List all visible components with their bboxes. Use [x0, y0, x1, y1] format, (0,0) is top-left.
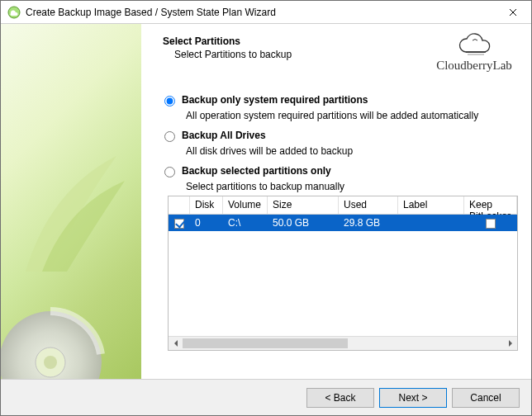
row-keep-bitlocker-checkbox[interactable] [486, 219, 496, 229]
option-label: Backup selected partitions only [182, 165, 331, 177]
page-header: Select Partitions Select Partitions to b… [153, 32, 520, 73]
partition-grid: Disk Volume Size Used Label Keep BitLock… [168, 196, 518, 351]
wizard-sidebar [1, 24, 141, 379]
col-size[interactable]: Size [268, 196, 339, 214]
cell-volume: C:\ [223, 217, 268, 229]
svg-point-3 [44, 356, 57, 369]
option-desc: All disk drives will be added to backup [186, 145, 520, 157]
radio-all-drives[interactable] [164, 131, 175, 142]
option-desc: All operation system required partitions… [186, 110, 520, 121]
scroll-left-arrow-icon[interactable] [169, 337, 183, 351]
option-system-required[interactable]: Backup only system required partitions [164, 94, 520, 106]
scroll-track[interactable] [183, 337, 503, 351]
cell-size: 50.0 GB [268, 217, 339, 229]
titlebar: Create Backup Image Based / System State… [1, 1, 531, 24]
cloud-logo-icon [454, 32, 494, 57]
back-button[interactable]: < Back [306, 388, 374, 408]
grid-body[interactable]: 0 C:\ 50.0 GB 29.8 GB [169, 215, 517, 336]
cell-disk: 0 [190, 217, 223, 229]
col-label[interactable]: Label [398, 196, 464, 214]
option-selected-partitions[interactable]: Backup selected partitions only [164, 165, 520, 177]
col-check[interactable] [169, 196, 190, 214]
disc-decoration-icon [1, 296, 116, 379]
option-desc: Select partitions to backup manually [186, 181, 520, 192]
page-subtitle: Select Partitions to backup [174, 49, 429, 60]
col-disk[interactable]: Disk [190, 196, 223, 214]
window-title: Create Backup Image Based / System State… [26, 7, 495, 18]
next-button[interactable]: Next > [379, 388, 447, 408]
radio-selected-partitions[interactable] [164, 167, 175, 177]
grid-row[interactable]: 0 C:\ 50.0 GB 29.8 GB [169, 215, 517, 231]
horizontal-scrollbar[interactable] [169, 336, 517, 350]
close-button[interactable] [495, 1, 531, 24]
col-volume[interactable]: Volume [223, 196, 268, 214]
dialog-body: Select Partitions Select Partitions to b… [1, 24, 531, 379]
option-label: Backup All Drives [182, 130, 266, 141]
option-all-drives[interactable]: Backup All Drives [164, 130, 520, 142]
cell-used: 29.8 GB [339, 217, 398, 229]
footer: < Back Next > Cancel [1, 379, 531, 415]
brand-block: CloudberryLab [429, 32, 520, 73]
cancel-button[interactable]: Cancel [452, 388, 520, 408]
leaf-decoration-icon [17, 148, 133, 280]
grid-header: Disk Volume Size Used Label Keep BitLock… [169, 196, 517, 215]
option-label: Backup only system required partitions [182, 94, 368, 106]
col-keep-bitlocker[interactable]: Keep BitLocker [464, 196, 517, 214]
row-checkbox[interactable] [174, 219, 184, 229]
content-pane: Select Partitions Select Partitions to b… [141, 24, 531, 379]
scroll-right-arrow-icon[interactable] [503, 337, 517, 351]
scroll-thumb[interactable] [183, 338, 348, 348]
app-icon [7, 6, 21, 19]
wizard-window: Create Backup Image Based / System State… [0, 0, 532, 416]
radio-system-required[interactable] [164, 96, 175, 106]
brand-name: CloudberryLab [429, 59, 520, 73]
partition-options: Backup only system required partitions A… [153, 94, 520, 351]
page-title: Select Partitions [163, 35, 429, 47]
col-used[interactable]: Used [339, 196, 398, 214]
